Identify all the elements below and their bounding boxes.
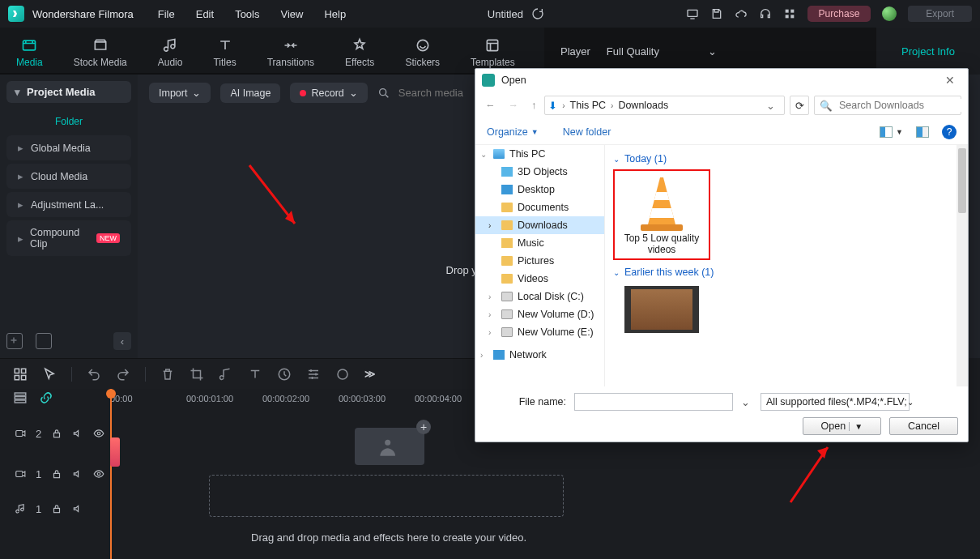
ai-image-button[interactable]: AI Image [220,83,280,103]
nav-up-icon[interactable]: ↑ [528,98,539,113]
new-bin-icon[interactable] [6,333,23,349]
player-label: Player [560,45,590,58]
open-button[interactable]: Open▼ [803,417,882,435]
tab-stock-media[interactable]: Stock Media [74,37,127,73]
mute-icon[interactable] [72,503,83,514]
sync-icon[interactable] [531,7,544,20]
filename-input[interactable] [574,393,733,411]
svg-rect-7 [488,40,498,50]
menu-view[interactable]: View [280,8,303,20]
group-earlier[interactable]: ⌄Earlier this week (1) [613,267,960,278]
undo-icon[interactable] [87,367,101,382]
redo-icon[interactable] [116,367,130,382]
dialog-close-button[interactable]: ✕ [939,72,961,88]
import-dropdown[interactable]: Import⌄ [149,83,211,103]
color-icon[interactable] [335,367,350,382]
file-item-selected[interactable]: Top 5 Low quality videos [613,169,710,260]
apps-icon[interactable] [783,7,796,20]
file-item[interactable] [613,283,710,336]
sidebar-folder[interactable]: Folder [0,109,138,134]
nav-back-icon[interactable]: ← [482,98,499,113]
tree-volume-e[interactable]: ›New Volume (E:) [475,323,604,341]
tab-transitions[interactable]: Transitions [267,37,314,73]
delete-icon[interactable] [160,367,175,382]
more-tools-icon[interactable]: ≫ [364,368,376,380]
tree-3d-objects[interactable]: 3D Objects [475,163,604,181]
lock-icon[interactable] [51,468,62,480]
sidebar-cloud-media[interactable]: ▸Cloud Media [6,164,131,189]
mute-icon[interactable] [72,468,83,480]
headphones-icon[interactable] [759,7,772,20]
organize-dropdown[interactable]: Organize▼ [487,126,539,138]
add-media-plus-icon[interactable]: + [416,420,431,434]
timeline-drop-slot[interactable] [209,475,564,517]
svg-rect-22 [54,433,60,437]
tree-this-pc[interactable]: ⌄This PC [475,145,604,163]
refresh-button[interactable]: ⟳ [790,96,809,115]
dialog-search-input[interactable] [837,99,968,112]
record-dropdown[interactable]: Record⌄ [290,83,367,103]
lock-icon[interactable] [51,428,62,439]
cloud-icon[interactable] [735,7,748,20]
export-button[interactable]: Export [908,6,972,22]
breadcrumb[interactable]: ⬇ › This PC › Downloads ⌄ [544,96,785,115]
nav-forward-icon[interactable]: → [505,98,522,113]
cancel-button[interactable]: Cancel [889,417,958,435]
tree-downloads[interactable]: ›Downloads [475,216,604,234]
timeline-media-placeholder[interactable]: + [355,428,424,465]
tab-effects[interactable]: Effects [345,37,374,73]
save-icon[interactable] [710,7,723,20]
text-icon[interactable] [248,367,262,382]
menu-tools[interactable]: Tools [235,8,259,20]
cursor-icon[interactable] [42,367,57,382]
tree-desktop[interactable]: Desktop [475,181,604,198]
tree-documents[interactable]: Documents [475,198,604,216]
tree-videos[interactable]: Videos [475,270,604,288]
player-quality-dropdown[interactable]: Full Quality⌄ [607,45,717,58]
menu-file[interactable]: File [158,8,175,20]
sidebar-compound-clip[interactable]: ▸Compound ClipNEW [6,220,131,256]
menu-help[interactable]: Help [324,8,346,20]
menu-edit[interactable]: Edit [196,8,214,20]
mute-icon[interactable] [72,428,83,439]
visibility-icon[interactable] [93,468,104,480]
tree-network[interactable]: ›Network [475,346,604,364]
tree-volume-d[interactable]: ›New Volume (D:) [475,305,604,323]
dialog-search[interactable]: 🔍 [814,96,961,115]
new-folder-button[interactable]: New folder [563,126,611,138]
file-type-filter[interactable]: All supported files(*.MP4;*.FLV;⌄ [761,393,910,411]
sidebar-adjustment-layer[interactable]: ▸Adjustment La... [6,192,131,217]
pc-icon [493,149,505,159]
tree-local-disk-c[interactable]: ›Local Disk (C:) [475,288,604,305]
visibility-icon[interactable] [93,428,104,439]
audio-edit-icon[interactable] [219,367,233,382]
tree-music[interactable]: Music [475,234,604,252]
lock-icon[interactable] [51,503,62,514]
timeline-tracks-icon[interactable] [13,390,28,405]
speed-icon[interactable] [277,367,292,382]
tab-stickers[interactable]: Stickers [405,37,440,73]
tree-pictures[interactable]: Pictures [475,252,604,270]
svg-rect-25 [54,473,60,477]
app-menu: File Edit Tools View Help [158,8,346,20]
avatar-icon[interactable] [882,6,897,21]
tab-titles[interactable]: Titles [213,37,236,73]
crop-icon[interactable] [190,367,204,382]
view-mode-dropdown[interactable]: ▼ [880,126,903,138]
layout-icon[interactable] [13,367,28,382]
group-today[interactable]: ⌄Today (1) [613,153,960,164]
timeline-drop-text: Drag and drop media and effects here to … [251,531,526,544]
tab-media[interactable]: Media [16,37,43,73]
new-folder-icon[interactable] [36,333,52,349]
file-list-scrollbar[interactable] [957,145,968,386]
preview-pane-icon[interactable] [916,126,929,138]
purchase-button[interactable]: Purchase [807,6,871,22]
collapse-sidebar-icon[interactable]: ‹ [113,332,131,350]
tab-audio[interactable]: Audio [158,37,183,73]
sidebar-project-media[interactable]: ▾ Project Media [6,81,131,103]
adjust-icon[interactable] [306,367,321,382]
sidebar-global-media[interactable]: ▸Global Media [6,135,131,160]
device-icon[interactable] [686,7,699,20]
help-icon[interactable]: ? [942,125,957,139]
link-icon[interactable] [39,390,53,405]
